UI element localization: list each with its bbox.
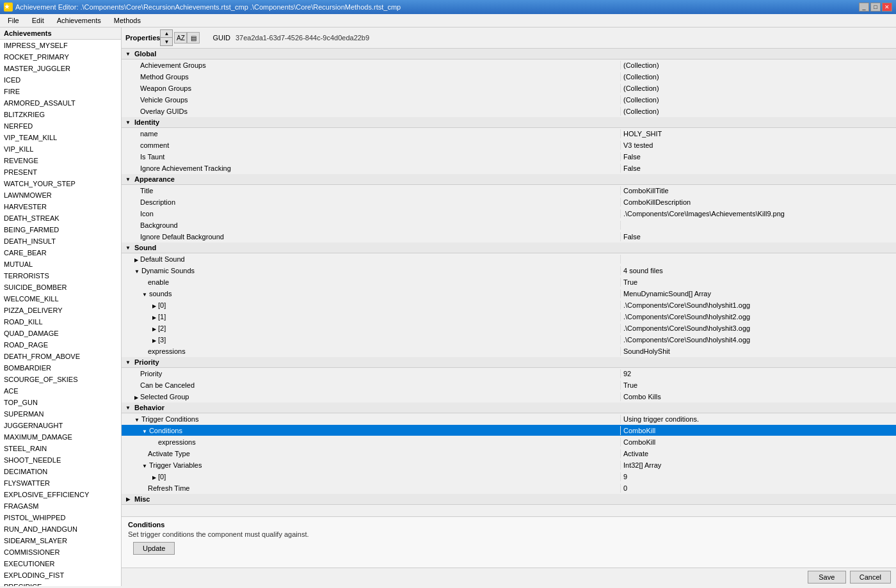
list-item[interactable]: FLYSWATTER [0,477,121,489]
filter-icon[interactable]: ▤ [187,32,200,44]
list-item[interactable]: DEATH_INSULT [0,235,121,247]
prop-row[interactable]: ▼Conditions ComboKill [122,425,896,436]
properties-content[interactable]: ▼Global ▶Achievement Groups (Collection)… [122,49,896,516]
list-item[interactable]: IMPRESS_MYSELF [0,40,121,51]
list-item[interactable]: PIZZA_DELIVERY [0,305,121,316]
prop-row[interactable]: ▶comment V3 tested [122,139,896,151]
prop-row[interactable]: ▶Icon .\Components\Core\Images\Achieveme… [122,208,896,219]
list-item[interactable]: QUAD_DAMAGE [0,328,121,339]
list-item[interactable]: TERRORISTS [0,270,121,282]
list-item[interactable]: PRECIPICE [0,581,121,586]
prop-row[interactable]: ▶Background [122,219,896,231]
section-header-global[interactable]: ▼Global [122,49,896,60]
list-item[interactable]: ROAD_KILL [0,316,121,328]
prop-row[interactable]: ▶Can be Canceled True [122,379,896,391]
maximize-button[interactable]: □ [870,3,881,12]
prop-row[interactable]: ▼Trigger Variables Int32[] Array [122,459,896,471]
list-item[interactable]: PISTOL_WHIPPED [0,512,121,523]
list-item[interactable]: EXPLOSIVE_EFFICIENCY [0,489,121,500]
section-header-priority[interactable]: ▼Priority [122,357,896,368]
prop-row[interactable]: ▶Ignore Achievement Tracking False [122,163,896,174]
list-item[interactable]: JUGGERNAUGHT [0,420,121,431]
list-item[interactable]: EXPLODING_FIST [0,569,121,581]
list-item[interactable]: ICED [0,74,121,86]
section-header-sound[interactable]: ▼Sound [122,242,896,253]
section-header-appearance[interactable]: ▼Appearance [122,174,896,185]
prop-row[interactable]: ▶Selected Group Combo Kills [122,391,896,402]
list-item[interactable]: LAWNMOWER [0,189,121,201]
close-button[interactable]: ✕ [882,3,892,12]
menu-file[interactable]: File [3,15,24,26]
list-item[interactable]: PRESENT [0,166,121,178]
list-item[interactable]: VIP_TEAM_KILL [0,132,121,143]
list-item[interactable]: SUICIDE_BOMBER [0,282,121,293]
prop-row[interactable]: ▶Weapon Groups (Collection) [122,83,896,94]
list-item[interactable]: ROAD_RAGE [0,339,121,351]
list-item[interactable]: DEATH_FROM_ABOVE [0,351,121,362]
list-item[interactable]: BOMBARDIER [0,362,121,374]
prop-row[interactable]: ▶Default Sound [122,253,896,265]
list-item[interactable]: SHOOT_NEEDLE [0,454,121,466]
list-item[interactable]: VIP_KILL [0,143,121,155]
prop-row[interactable]: ▶[1] .\Components\Core\Sound\holyshit2.o… [122,311,896,322]
list-item[interactable]: BLITZKRIEG [0,109,121,120]
prop-row[interactable]: ▶name HOLY_SHIT [122,128,896,139]
list-item[interactable]: WATCH_YOUR_STEP [0,178,121,189]
prop-row[interactable]: ▶Activate Type Activate [122,448,896,459]
prop-row[interactable]: ▶expressions SoundHolyShit [122,346,896,357]
prop-row[interactable]: ▶Overlay GUIDs (Collection) [122,106,896,117]
list-item[interactable]: ARMORED_ASSAULT [0,97,121,109]
section-header-behavior[interactable]: ▼Behavior [122,402,896,413]
list-item[interactable]: MAXIMUM_DAMAGE [0,431,121,443]
prop-row[interactable]: ▶[0] 9 [122,471,896,482]
list-item[interactable]: COMMISSIONER [0,546,121,558]
list-item[interactable]: SUPERMAN [0,408,121,420]
list-item[interactable]: STEEL_RAIN [0,443,121,454]
section-header-misc[interactable]: ▶Misc [122,494,896,505]
prop-row[interactable]: ▶[0] .\Components\Core\Sound\holyshit1.o… [122,299,896,311]
prop-row[interactable]: ▶Achievement Groups (Collection) [122,60,896,71]
update-button[interactable]: Update [133,542,175,555]
list-item[interactable]: HARVESTER [0,201,121,212]
list-item[interactable]: SIDEARM_SLAYER [0,535,121,546]
list-item[interactable]: WELCOME_KILL [0,293,121,305]
collapse-all-button[interactable]: ▼ [161,38,172,45]
expand-collapse-buttons[interactable]: ▲ ▼ [160,29,173,46]
save-button[interactable]: Save [808,571,846,584]
list-item[interactable]: FIRE [0,86,121,97]
list-item[interactable]: FRAGASM [0,500,121,512]
prop-row[interactable]: ▼sounds MenuDynamicSound[] Array [122,288,896,299]
list-item[interactable]: BEING_FARMED [0,224,121,235]
minimize-button[interactable]: _ [859,3,869,12]
prop-row[interactable]: ▶Priority 92 [122,368,896,379]
prop-row[interactable]: ▶Vehicle Groups (Collection) [122,94,896,106]
list-item[interactable]: CARE_BEAR [0,247,121,258]
list-item[interactable]: DEATH_STREAK [0,212,121,224]
list-item[interactable]: SCOURGE_OF_SKIES [0,374,121,385]
prop-row[interactable]: ▶enable True [122,276,896,288]
menu-achievements[interactable]: Achievements [52,15,106,26]
section-header-identity[interactable]: ▼Identity [122,117,896,128]
list-item[interactable]: EXECUTIONER [0,558,121,569]
cancel-button[interactable]: Cancel [850,571,891,584]
menu-edit[interactable]: Edit [27,15,49,26]
prop-row[interactable]: ▶Description ComboKillDescription [122,196,896,208]
prop-row[interactable]: ▶[3] .\Components\Core\Sound\holyshit4.o… [122,334,896,346]
list-item[interactable]: NERFED [0,120,121,132]
prop-row[interactable]: ▶Ignore Default Background False [122,231,896,242]
menu-methods[interactable]: Methods [109,15,146,26]
list-item[interactable]: MUTUAL [0,258,121,270]
prop-row[interactable]: ▼Dynamic Sounds 4 sound files [122,265,896,276]
prop-row[interactable]: ▶expressions ComboKill [122,436,896,448]
prop-row[interactable]: ▶Method Groups (Collection) [122,71,896,83]
prop-row[interactable]: ▶Is Taunt False [122,151,896,163]
prop-row[interactable]: ▼Trigger Conditions Using trigger condit… [122,413,896,425]
list-item[interactable]: MASTER_JUGGLER [0,63,121,74]
list-item[interactable]: REVENGE [0,155,121,166]
list-item[interactable]: TOP_GUN [0,397,121,408]
list-item[interactable]: ROCKET_PRIMARY [0,51,121,63]
list-item[interactable]: RUN_AND_HANDGUN [0,523,121,535]
prop-row[interactable]: ▶[2] .\Components\Core\Sound\holyshit3.o… [122,322,896,334]
prop-row[interactable]: ▶Title ComboKillTitle [122,185,896,196]
expand-all-button[interactable]: ▲ [161,30,172,38]
